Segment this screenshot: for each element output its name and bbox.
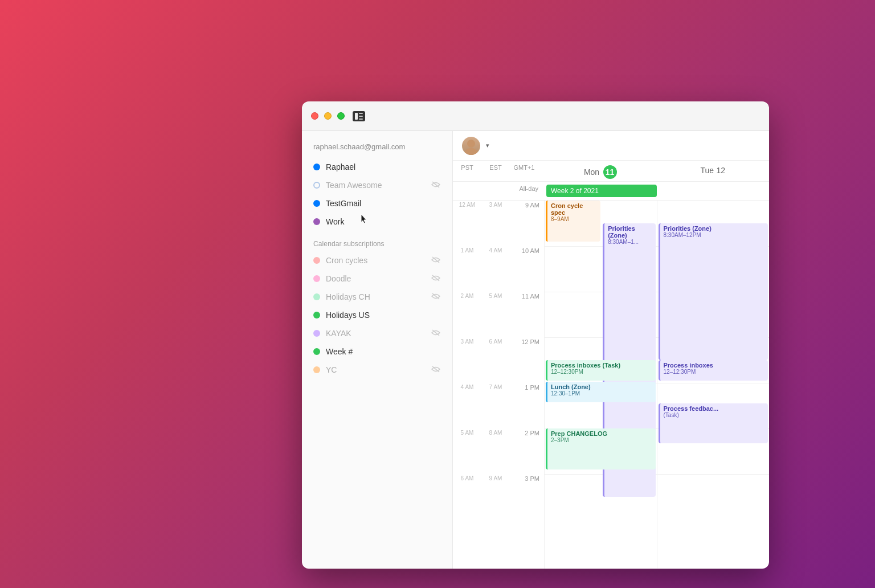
close-button[interactable] [311,112,318,120]
calendar-item-kayak[interactable]: KAYAK [306,324,448,342]
day-number-today: 11 [603,165,617,179]
event-title: Process inboxes (Task) [551,362,652,369]
pst-time: 12 AM [453,201,481,208]
calendars-section: Raphael Team Awesome TestGmail [302,158,452,231]
calendar-item-testgmail[interactable]: TestGmail [306,194,448,213]
event-title: Priorities (Zone) [664,225,765,232]
day-column-mon[interactable]: Cron cycle spec 8–9AM Priorities (Zone) … [544,201,657,569]
hide-calendar-icon[interactable] [431,181,441,190]
calendar-color-dot [313,366,320,373]
main-time: 12 PM [510,337,544,345]
calendar-item-team-awesome[interactable]: Team Awesome [306,176,448,194]
time-slot-11am: 2 AM 5 AM 11 AM [453,292,544,337]
pst-time: 3 AM [453,337,481,345]
calendar-item-doodle[interactable]: Doodle [306,270,448,288]
event-time: (Task) [664,412,765,418]
main-time: 3 PM [510,474,544,482]
hide-calendar-icon[interactable] [431,293,441,301]
calendar-item-holidays-us[interactable]: Holidays US [306,306,448,324]
allday-event-title: Week 2 of 2021 [551,187,599,195]
calendar-color-dot [313,293,320,300]
event-title: Process inboxes [664,362,765,369]
allday-row: All-day Week 2 of 2021 [453,182,769,201]
calendar-name: YC [326,365,425,374]
time-labels: 12 AM 3 AM 9 AM 1 AM 4 AM 10 AM 2 AM 5 A… [453,201,544,569]
calendar-color-dot [313,218,320,225]
svg-rect-3 [359,119,363,120]
calendar-color-dot [313,257,320,264]
subscriptions-header: Calendar subscriptions [302,231,452,251]
est-time: 7 AM [481,383,510,390]
event-process-feedback-tue[interactable]: Process feedbac... (Task) [659,403,768,443]
avatar[interactable] [462,137,480,155]
calendar-color-dot [313,182,320,189]
time-slot-9am: 12 AM 3 AM 9 AM [453,201,544,246]
time-slot-2pm: 5 AM 8 AM 2 PM [453,428,544,474]
timezone-est: EST [481,161,510,181]
pst-time: 5 AM [453,428,481,436]
svg-rect-2 [359,116,363,117]
timezone-gmt1: GMT+1 [510,161,538,181]
event-cron-cycle-spec[interactable]: Cron cycle spec 8–9AM [546,201,600,242]
timezone-header-row: PST EST GMT+1 Mon 11 Tue 12 [453,161,769,182]
event-lunch-zone[interactable]: Lunch (Zone) 12:30–1PM [546,382,656,402]
calendar-color-dot [313,330,320,337]
event-time: 12:30–1PM [551,390,652,397]
event-title: Process feedbac... [664,405,765,412]
event-prep-changelog[interactable]: Prep CHANGELOG 2–3PM [546,428,656,469]
day-name-tue: Tue [700,166,714,175]
subscriptions-section: Cron cycles Doodle Holidays CH [302,251,452,379]
svg-point-10 [467,140,475,148]
calendar-item-work[interactable]: Work [306,213,448,231]
allday-event-week2[interactable]: Week 2 of 2021 [546,185,657,197]
minimize-button[interactable] [324,112,332,120]
event-process-inboxes-tue[interactable]: Process inboxes 12–12:30PM [659,360,768,381]
calendar-color-dot [313,312,320,318]
sidebar-toggle-button[interactable] [353,111,365,121]
title-bar [302,101,769,131]
calendar-area: ▾ PST EST GMT+1 Mon 11 Tue 12 [453,131,769,569]
maximize-button[interactable] [337,112,345,120]
event-process-inboxes-mon[interactable]: Process inboxes (Task) 12–12:30PM [546,360,656,381]
event-time: 8:30AM–1... [608,239,652,245]
main-time: 11 AM [510,292,544,300]
day-header-tue[interactable]: Tue 12 [657,161,770,181]
main-content: raphael.schaad@gmail.com Raphael Team Aw… [302,131,769,569]
calendar-name-testgmail: TestGmail [326,199,441,208]
est-time: 8 AM [481,428,510,436]
calendar-name: Holidays US [326,311,441,320]
event-time: 8:30AM–12PM [664,232,765,238]
hide-calendar-icon[interactable] [431,366,441,374]
day-column-tue[interactable]: Priorities (Zone) 8:30AM–12PM Process in… [657,201,770,569]
day-number-tue: 12 [716,166,725,175]
main-time: 9 AM [510,201,544,209]
hide-calendar-icon[interactable] [431,329,441,338]
event-time: 12–12:30PM [664,369,765,375]
est-time: 9 AM [481,474,510,481]
time-slot-1pm: 4 AM 7 AM 1 PM [453,383,544,428]
calendar-item-holidays-ch[interactable]: Holidays CH [306,288,448,306]
sidebar: raphael.schaad@gmail.com Raphael Team Aw… [302,131,453,569]
calendar-item-week-hash[interactable]: Week # [306,342,448,361]
time-grid[interactable]: 12 AM 3 AM 9 AM 1 AM 4 AM 10 AM 2 AM 5 A… [453,201,769,569]
timezone-pst: PST [453,161,481,181]
calendar-item-yc[interactable]: YC [306,361,448,379]
event-time: 12–12:30PM [551,369,652,375]
main-time: 10 AM [510,246,544,254]
event-title: Lunch (Zone) [551,383,652,390]
calendar-name: KAYAK [326,329,425,338]
svg-rect-0 [355,113,358,120]
est-time: 3 AM [481,201,510,208]
time-slot-3pm: 6 AM 9 AM 3 PM [453,474,544,520]
hide-calendar-icon[interactable] [431,275,441,283]
calendar-item-raphael[interactable]: Raphael [306,158,448,176]
account-dropdown-icon[interactable]: ▾ [486,142,489,149]
calendar-header: ▾ [453,131,769,161]
calendar-color-dot [313,348,320,355]
event-priorities-zone-tue[interactable]: Priorities (Zone) 8:30AM–12PM [659,223,768,360]
day-name-mon: Mon [584,168,599,177]
day-header-mon[interactable]: Mon 11 [544,161,657,181]
hide-calendar-icon[interactable] [431,256,441,265]
time-slot-12pm: 3 AM 6 AM 12 PM [453,337,544,383]
calendar-item-cron-cycles[interactable]: Cron cycles [306,251,448,270]
